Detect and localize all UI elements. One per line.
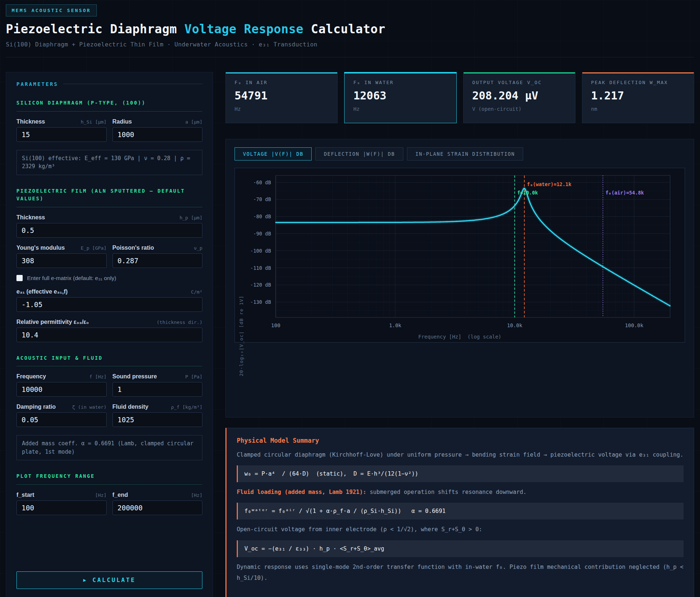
svg-text:-70 dB: -70 dB xyxy=(253,197,271,202)
f-end-label: f_end xyxy=(113,492,128,498)
ematrix-checkbox-row: Enter full e-matrix (default: e₃₁ only) xyxy=(16,275,202,282)
svg-text:f₀(air)=54.8k: f₀(air)=54.8k xyxy=(605,190,644,196)
svg-text:-80 dB: -80 dB xyxy=(253,214,271,219)
field-sound-pressure: Sound pressure P [Pa] xyxy=(113,373,203,397)
field-si-radius: Radius a [μm] xyxy=(113,118,203,142)
voltage-response-chart: 1001.0k10.0k100.0k-60 dB-70 dB-80 dB-90 … xyxy=(235,168,685,343)
stat-value: 54791 xyxy=(235,89,328,102)
stat-accent-bar xyxy=(226,72,337,73)
ematrix-checkbox[interactable] xyxy=(16,275,23,281)
svg-text:-120 dB: -120 dB xyxy=(250,282,271,288)
stat-value: 12063 xyxy=(353,89,447,102)
calculate-label: CALCULATE xyxy=(92,577,136,583)
e31-label: e₃₁ (effective e₃₁,f) xyxy=(16,288,68,295)
stat-unit: V (open-circuit) xyxy=(472,106,566,112)
svg-text:-90 dB: -90 dB xyxy=(253,231,271,237)
added-mass-info-box: Added mass coeff. α = 0.6691 (Lamb, clam… xyxy=(16,435,202,460)
svg-text:-130 dB: -130 dB xyxy=(250,299,271,305)
stat-card-f0-air: F₀ IN AIR 54791 Hz xyxy=(225,72,338,123)
static-deflection-formula: w₀ = P·a⁴ / (64·D) (static), D = E·h³/(1… xyxy=(237,465,684,482)
field-si-thickness: Thickness h_Si [μm] xyxy=(16,118,107,142)
f-start-input[interactable] xyxy=(16,500,107,515)
field-frequency: Frequency f [Hz] xyxy=(16,373,107,397)
permittivity-input[interactable] xyxy=(16,328,202,342)
tab-strain-distribution[interactable]: IN-PLANE STRAIN DISTRIBUTION xyxy=(407,147,523,160)
stat-label: F₀ IN WATER xyxy=(353,80,447,85)
parameters-title: PARAMETERS xyxy=(16,81,202,87)
fluid-loading-lead: Fluid loading (added mass, Lamb 1921): xyxy=(237,489,366,495)
poisson-hint: ν_p xyxy=(194,245,202,251)
stat-accent-bar xyxy=(464,72,575,73)
silicon-info-box: Si(100) effective: E_eff = 130 GPa | ν =… xyxy=(16,150,202,175)
stat-unit: nm xyxy=(591,106,685,112)
field-youngs-modulus: Young's modulus E_p [GPa] xyxy=(16,245,107,268)
section-silicon-diaphragm: SILICON DIAPHRAGM (P-TYPE, (100)) xyxy=(16,99,202,112)
section-plot-range: PLOT FREQUENCY RANGE xyxy=(16,472,202,485)
chart-panel: VOLTAGE |V(F)| DB DEFLECTION |W(F)| DB I… xyxy=(225,139,694,417)
x-axis-label: Frequency [Hz] (log scale) xyxy=(235,334,685,340)
stat-card-f0-water: F₀ IN WATER 12063 Hz xyxy=(344,72,456,123)
si-thickness-label: Thickness xyxy=(16,118,45,125)
piezo-thickness-input[interactable] xyxy=(16,223,202,238)
tab-voltage-db[interactable]: VOLTAGE |V(F)| DB xyxy=(235,147,312,160)
damping-label: Damping ratio xyxy=(16,404,56,410)
summary-title: Physical Model Summary xyxy=(237,437,684,444)
fluid-density-hint: ρ_f [kg/m³] xyxy=(171,404,202,410)
frequency-label: Frequency xyxy=(16,373,46,380)
play-icon: ▶ xyxy=(83,577,87,583)
piezo-thickness-label: Thickness xyxy=(16,214,45,221)
field-permittivity: Relative permittivity ε₃₃/ε₀ (thickness … xyxy=(16,319,202,342)
summary-paragraph-2: Fluid loading (added mass, Lamb 1921): s… xyxy=(237,487,684,498)
stat-accent-bar xyxy=(582,72,694,73)
pressure-input[interactable] xyxy=(113,382,203,397)
damping-input[interactable] xyxy=(16,412,107,427)
stat-unit: Hz xyxy=(353,106,447,112)
svg-text:100: 100 xyxy=(271,322,280,328)
svg-text:-110 dB: -110 dB xyxy=(250,265,271,271)
permittivity-hint: (thickness dir.) xyxy=(157,320,202,325)
svg-text:-60 dB: -60 dB xyxy=(253,180,271,185)
si-thickness-input[interactable] xyxy=(16,127,107,142)
title-rule xyxy=(63,84,202,84)
section-piezo-film: PIEZOELECTRIC FILM (ALN SPUTTERED — DEFA… xyxy=(16,187,202,207)
frequency-input[interactable] xyxy=(16,382,107,397)
youngs-input[interactable] xyxy=(16,253,107,268)
stat-unit: Hz xyxy=(235,106,328,112)
physical-model-summary: Physical Model Summary Clamped circular … xyxy=(225,428,694,597)
field-poisson-ratio: Poisson's ratio ν_p xyxy=(113,245,203,268)
frequency-hint: f [Hz] xyxy=(90,374,107,379)
tab-deflection-db[interactable]: DEFLECTION |W(F)| DB xyxy=(315,147,403,160)
field-damping-ratio: Damping ratio ζ (in water) xyxy=(16,404,107,427)
stat-accent-bar xyxy=(345,72,456,73)
page-title-accent: Voltage Response xyxy=(184,22,304,36)
svg-text:f=10.0k: f=10.0k xyxy=(517,190,538,196)
chart-canvas: 1001.0k10.0k100.0k-60 dB-70 dB-80 dB-90 … xyxy=(235,168,685,342)
svg-text:1.0k: 1.0k xyxy=(389,322,402,328)
youngs-label: Young's modulus xyxy=(16,245,65,251)
summary-paragraph-3: Open-circuit voltage from inner electrod… xyxy=(237,524,684,535)
stat-label: F₀ IN AIR xyxy=(235,80,328,85)
section-acoustic-fluid: ACOUSTIC INPUT & FLUID xyxy=(16,354,202,367)
open-circuit-voltage-formula: V_oc = −(e₃₁ / ε₃₃) · h_p · <S_r+S_θ>_av… xyxy=(237,540,684,557)
poisson-input[interactable] xyxy=(113,253,203,268)
stat-label: OUTPUT VOLTAGE V_OC xyxy=(472,80,566,85)
page-header: MEMS ACOUSTIC SENSOR Piezoelectric Diaph… xyxy=(0,0,700,57)
svg-text:100.0k: 100.0k xyxy=(625,322,643,328)
permittivity-label: Relative permittivity ε₃₃/ε₀ xyxy=(16,319,89,325)
f-end-input[interactable] xyxy=(113,500,203,515)
si-radius-input[interactable] xyxy=(113,127,203,142)
ematrix-checkbox-label: Enter full e-matrix (default: e₃₁ only) xyxy=(27,275,116,282)
parameters-panel: PARAMETERS SILICON DIAPHRAGM (P-TYPE, (1… xyxy=(6,72,213,597)
stat-card-peak-deflection: PEAK DEFLECTION W_MAX 1.217 nm xyxy=(582,72,694,123)
fluid-density-input[interactable] xyxy=(113,412,203,427)
stat-label: PEAK DEFLECTION W_MAX xyxy=(591,80,685,85)
stat-value: 208.204 μV xyxy=(472,89,566,102)
svg-text:f₀(water)=12.1k: f₀(water)=12.1k xyxy=(527,182,571,187)
stat-value: 1.217 xyxy=(591,89,685,102)
calculate-button[interactable]: ▶ CALCULATE xyxy=(16,571,202,589)
summary-paragraph-1: Clamped circular diaphragm (Kirchhoff-Lo… xyxy=(237,449,684,460)
page-subtitle: Si(100) Diaphragm + Piezoelectric Thin F… xyxy=(6,41,694,48)
main-column: F₀ IN AIR 54791 Hz F₀ IN WATER 12063 Hz … xyxy=(225,72,694,597)
f-start-label: f_start xyxy=(16,492,34,498)
e31-input[interactable] xyxy=(16,297,202,312)
